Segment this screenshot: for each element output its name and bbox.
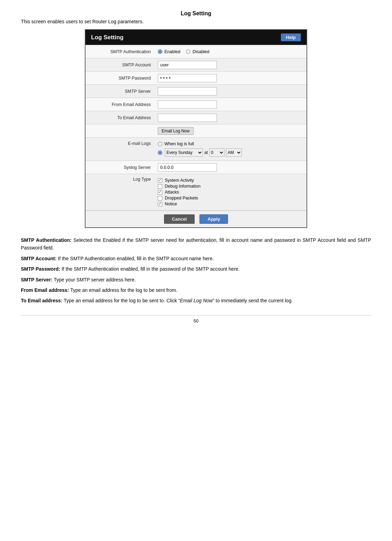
debug-info-checkbox[interactable]: [158, 184, 162, 189]
from-email-label: From Email Address: [85, 102, 155, 107]
to-email-label: To Email Address: [85, 115, 155, 120]
day-select[interactable]: Every Sunday Every Monday Every Tuesday …: [165, 148, 203, 157]
to-email-content: [155, 112, 307, 124]
schedule-row: Every Sunday Every Monday Every Tuesday …: [158, 148, 242, 157]
smtp-password-content: [155, 72, 307, 84]
log-type-section: System Activity Debug Information Attack…: [158, 178, 201, 206]
smtp-auth-disabled-option[interactable]: Disabled: [186, 49, 210, 54]
desc-from-email: From Email address: Type an email addres…: [21, 286, 371, 294]
syslog-server-row: Syslog Server: [85, 161, 307, 174]
help-button[interactable]: Help: [281, 33, 301, 41]
schedule-radio[interactable]: [158, 150, 162, 155]
to-email-row: To Email Address: [85, 111, 307, 124]
email-log-now-row: Email Log Now: [85, 124, 307, 138]
from-email-row: From Email Address: [85, 98, 307, 111]
when-full-radio[interactable]: [158, 142, 162, 146]
smtp-account-row: SMTP Account: [85, 58, 307, 72]
action-row: Cancel Apply: [85, 211, 307, 227]
smtp-password-input[interactable]: [158, 74, 217, 82]
intro-text: This screen enables users to set Router …: [21, 19, 371, 24]
from-email-input[interactable]: [158, 100, 217, 109]
email-log-now-button[interactable]: Email Log Now: [158, 127, 194, 135]
log-type-content: System Activity Debug Information Attack…: [155, 176, 307, 208]
email-logs-row: E-mail Logs When log is full Every Sunda…: [85, 138, 307, 161]
page-number: 50: [194, 318, 198, 323]
smtp-account-content: [155, 59, 307, 71]
smtp-server-row: SMTP Server: [85, 85, 307, 98]
notice-checkbox[interactable]: [158, 202, 162, 206]
when-full-option[interactable]: When log is full: [158, 141, 242, 146]
email-logs-content: When log is full Every Sunday Every Mond…: [155, 140, 307, 158]
log-type-dropped-packets[interactable]: Dropped Packets: [158, 196, 201, 200]
log-type-system-activity[interactable]: System Activity: [158, 178, 201, 183]
log-type-label: Log Type: [85, 176, 155, 182]
dropped-packets-checkbox[interactable]: [158, 196, 162, 200]
smtp-password-label: SMTP Password: [85, 76, 155, 81]
email-logs-section: When log is full Every Sunday Every Mond…: [158, 141, 242, 157]
desc-to-email: To Email address: Type an email address …: [21, 297, 371, 304]
syslog-server-content: [155, 162, 307, 173]
attacks-checkbox[interactable]: [158, 190, 162, 195]
smtp-server-label: SMTP Server: [85, 89, 155, 94]
page-title: Log Setting: [21, 10, 371, 17]
panel-header: Log Setting Help: [85, 30, 307, 45]
smtp-auth-label: SMTP Authentication: [85, 49, 155, 54]
log-type-notice[interactable]: Notice: [158, 202, 201, 206]
smtp-server-input[interactable]: [158, 87, 217, 96]
at-label: at: [204, 150, 208, 155]
log-type-row: Log Type System Activity Debug Informati…: [85, 174, 307, 211]
from-email-content: [155, 99, 307, 110]
smtp-account-input[interactable]: [158, 61, 217, 69]
desc-smtp-account: SMTP Account: If the SMTP Authentication…: [21, 255, 371, 262]
enabled-radio-dot[interactable]: [158, 49, 162, 54]
router-panel: Log Setting Help SMTP Authentication Ena…: [85, 29, 307, 228]
email-logs-label: E-mail Logs: [85, 140, 155, 146]
smtp-auth-content: Enabled Disabled: [155, 48, 307, 56]
smtp-account-label: SMTP Account: [85, 63, 155, 67]
email-log-now-content: Email Log Now: [155, 125, 307, 137]
smtp-auth-enabled-option[interactable]: Enabled: [158, 49, 180, 54]
log-type-attacks[interactable]: Attacks: [158, 190, 201, 195]
syslog-server-input[interactable]: [158, 163, 217, 172]
disabled-radio-dot[interactable]: [186, 49, 190, 54]
smtp-password-row: SMTP Password: [85, 72, 307, 85]
apply-button[interactable]: Apply: [199, 214, 228, 224]
system-activity-checkbox[interactable]: [158, 178, 162, 183]
description-section: SMTP Authentication: Selected the Enable…: [21, 236, 371, 305]
cancel-button[interactable]: Cancel: [164, 214, 195, 224]
to-email-input[interactable]: [158, 114, 217, 122]
desc-smtp-auth: SMTP Authentication: Selected the Enable…: [21, 236, 371, 252]
desc-smtp-server: SMTP Server: Type your SMTP server addre…: [21, 276, 371, 284]
panel-title: Log Setting: [91, 34, 123, 41]
smtp-server-content: [155, 85, 307, 97]
hour-select[interactable]: 0123 4567 89101112: [209, 148, 224, 157]
panel-body: SMTP Authentication Enabled Disabled SMT…: [85, 45, 307, 227]
smtp-auth-row: SMTP Authentication Enabled Disabled: [85, 45, 307, 58]
log-type-debug-info[interactable]: Debug Information: [158, 184, 201, 189]
syslog-server-label: Syslog Server: [85, 165, 155, 170]
desc-smtp-password: SMTP Password: If the SMTP Authenticatio…: [21, 265, 371, 273]
page-footer: 50: [21, 315, 371, 323]
ampm-select[interactable]: AM PM: [226, 148, 242, 157]
